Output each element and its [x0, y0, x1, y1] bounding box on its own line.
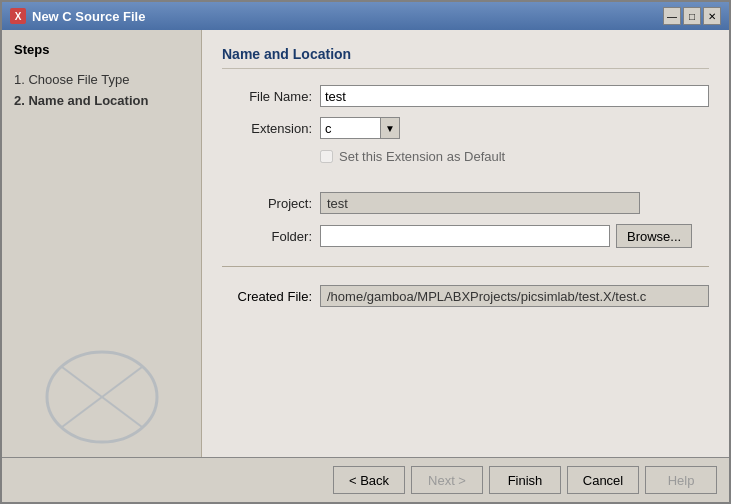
step-2-number: 2. [14, 93, 25, 108]
folder-label: Folder: [222, 229, 312, 244]
sidebar: Steps 1. Choose File Type 2. Name and Lo… [2, 30, 202, 457]
title-bar: X New C Source File — □ ✕ [2, 2, 729, 30]
button-bar: < Back Next > Finish Cancel Help [2, 457, 729, 502]
minimize-button[interactable]: — [663, 7, 681, 25]
title-bar-left: X New C Source File [10, 8, 145, 24]
project-label: Project: [222, 196, 312, 211]
created-file-value: /home/gamboa/MPLABXProjects/picsimlab/te… [320, 285, 709, 307]
set-default-label: Set this Extension as Default [339, 149, 505, 164]
project-value: test [320, 192, 640, 214]
file-name-input[interactable] [320, 85, 709, 107]
set-default-checkbox-row: Set this Extension as Default [320, 149, 709, 164]
browse-button[interactable]: Browse... [616, 224, 692, 248]
main-panel: Name and Location File Name: Extension: … [202, 30, 729, 457]
set-default-checkbox[interactable] [320, 150, 333, 163]
main-spacer [222, 307, 709, 441]
extension-row: Extension: ▼ [222, 117, 709, 139]
back-button[interactable]: < Back [333, 466, 405, 494]
folder-input[interactable] [320, 225, 610, 247]
created-file-label: Created File: [222, 289, 312, 304]
step-1-label: Choose File Type [28, 72, 129, 87]
maximize-button[interactable]: □ [683, 7, 701, 25]
sidebar-steps: 1. Choose File Type 2. Name and Location [14, 69, 189, 111]
file-name-row: File Name: [222, 85, 709, 107]
panel-title: Name and Location [222, 46, 709, 69]
sidebar-title: Steps [14, 42, 189, 57]
extension-input[interactable] [320, 117, 380, 139]
title-bar-controls: — □ ✕ [663, 7, 721, 25]
extension-label: Extension: [222, 121, 312, 136]
extension-field-group: ▼ [320, 117, 400, 139]
window-title: New C Source File [32, 9, 145, 24]
content-area: Steps 1. Choose File Type 2. Name and Lo… [2, 30, 729, 457]
project-row: Project: test [222, 192, 709, 214]
form-grid: File Name: Extension: ▼ Set this Extensi… [222, 85, 709, 307]
form-spacer [222, 174, 709, 182]
project-value-container: test [320, 192, 640, 214]
extension-dropdown-button[interactable]: ▼ [380, 117, 400, 139]
sidebar-step-2: 2. Name and Location [14, 90, 189, 111]
next-button[interactable]: Next > [411, 466, 483, 494]
form-separator [222, 266, 709, 267]
window-icon: X [10, 8, 26, 24]
file-name-label: File Name: [222, 89, 312, 104]
finish-button[interactable]: Finish [489, 466, 561, 494]
close-button[interactable]: ✕ [703, 7, 721, 25]
folder-row: Folder: Browse... [222, 224, 709, 248]
created-file-row: Created File: /home/gamboa/MPLABXProject… [222, 285, 709, 307]
step-2-label: Name and Location [28, 93, 148, 108]
cancel-button[interactable]: Cancel [567, 466, 639, 494]
folder-field-group: Browse... [320, 224, 709, 248]
dialog-window: X New C Source File — □ ✕ Steps 1. Choos… [0, 0, 731, 504]
sidebar-step-1: 1. Choose File Type [14, 69, 189, 90]
sidebar-watermark [2, 347, 201, 447]
help-button[interactable]: Help [645, 466, 717, 494]
step-1-number: 1. [14, 72, 25, 87]
